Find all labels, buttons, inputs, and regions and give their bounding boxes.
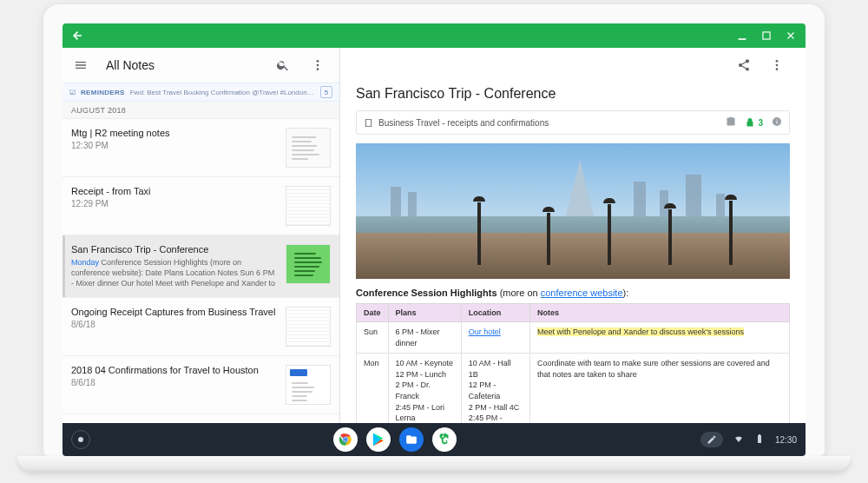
note-item-time: 8/6/18 <box>71 378 279 387</box>
note-thumbnail <box>286 307 331 347</box>
schedule-table: DatePlansLocationNotes Sun6 PM - Mixer d… <box>356 303 790 423</box>
table-row: Sun6 PM - Mixer dinnerOur hotelMeet with… <box>357 322 790 354</box>
play-store-icon[interactable] <box>366 427 391 452</box>
reminder-icon: ☑ <box>69 89 76 96</box>
svg-point-2 <box>317 60 319 63</box>
stylus-icon[interactable] <box>700 432 723 447</box>
note-list-title: All Notes <box>102 58 261 72</box>
table-header: Location <box>461 304 529 322</box>
table-header: Notes <box>530 304 790 322</box>
note-hero-image <box>356 143 790 279</box>
table-header: Plans <box>388 304 461 322</box>
note-item[interactable]: Receipt - from Taxi12:29 PM <box>62 177 339 235</box>
notebook-icon <box>364 118 373 128</box>
svg-point-7 <box>776 68 779 70</box>
files-icon[interactable] <box>399 427 424 452</box>
location-link[interactable]: Our hotel <box>469 328 501 336</box>
search-icon[interactable] <box>270 52 296 78</box>
note-item[interactable]: San Francisco Trip - ConferenceMonday Co… <box>62 235 339 298</box>
note-item[interactable]: Mtg | R2 meeting notes12:30 PM <box>62 119 339 177</box>
more-icon[interactable] <box>305 52 331 78</box>
battery-icon[interactable] <box>754 433 765 446</box>
chrome-icon[interactable] <box>333 427 358 452</box>
svg-rect-0 <box>739 39 746 40</box>
svg-point-4 <box>317 68 319 70</box>
menu-icon[interactable] <box>68 52 94 78</box>
svg-point-10 <box>344 438 347 441</box>
note-item-snippet: Monday Conference Session Highlights (mo… <box>71 257 279 288</box>
maximize-icon[interactable] <box>755 24 778 47</box>
note-list-panel: All Notes ☑ REMINDERS Fwd: Best Travel B… <box>62 48 340 423</box>
reminder-meta-icon[interactable] <box>726 116 736 129</box>
section-label: AUGUST 2018 <box>62 102 339 119</box>
reminders-label: REMINDERS <box>81 89 125 96</box>
minimize-icon[interactable] <box>731 24 753 47</box>
note-item[interactable]: Ongoing Receipt Captures from Business T… <box>62 298 339 356</box>
app-titlebar <box>62 23 806 48</box>
svg-point-5 <box>776 60 779 63</box>
note-item-title: Mtg | R2 meeting notes <box>71 128 279 138</box>
note-item-title: Ongoing Receipt Captures from Business T… <box>71 307 279 317</box>
note-item-time: 12:29 PM <box>71 199 279 208</box>
info-icon[interactable] <box>772 116 782 129</box>
close-icon[interactable] <box>779 24 802 47</box>
share-count[interactable]: 3 <box>745 117 763 128</box>
share-icon[interactable] <box>731 52 757 78</box>
note-thumbnail <box>286 365 331 405</box>
wifi-icon[interactable] <box>733 433 744 446</box>
note-item-time: 8/6/18 <box>71 320 279 329</box>
note-thumbnail <box>286 186 331 226</box>
notebook-name[interactable]: Business Travel - receipts and confirmat… <box>378 118 549 128</box>
table-header: Date <box>357 304 389 322</box>
note-thumbnail <box>286 244 331 284</box>
section-heading: Conference Session Highlights (more on c… <box>356 288 790 298</box>
note-thumbnail <box>286 128 331 168</box>
note-item-title: Receipt - from Taxi <box>71 186 279 196</box>
table-row: Mon10 AM - Keynote12 PM - Lunch2 PM - Dr… <box>357 354 790 423</box>
svg-point-3 <box>317 64 319 67</box>
chromeos-shelf: 12:30 <box>62 423 806 456</box>
reminders-count: 5 <box>320 86 332 98</box>
note-meta-bar: Business Travel - receipts and confirmat… <box>356 110 790 135</box>
back-icon[interactable] <box>66 24 89 47</box>
shelf-clock[interactable]: 12:30 <box>775 435 797 445</box>
reminders-bar[interactable]: ☑ REMINDERS Fwd: Best Travel Booking Con… <box>62 83 339 102</box>
note-item-time: 12:30 PM <box>71 141 279 150</box>
svg-rect-1 <box>763 32 770 39</box>
note-title: San Francisco Trip - Conference <box>356 86 790 102</box>
note-item-title: San Francisco Trip - Conference <box>71 244 279 255</box>
note-view: San Francisco Trip - Conference Business… <box>340 48 806 423</box>
launcher-icon[interactable] <box>71 430 90 449</box>
note-item[interactable]: 2018 04 Confirmations for Travel to Hous… <box>62 356 339 414</box>
note-more-icon[interactable] <box>764 52 790 78</box>
conference-website-link[interactable]: conference website <box>541 288 623 298</box>
svg-point-6 <box>776 64 779 67</box>
reminders-feed: Fwd: Best Travel Booking Confirmation @T… <box>130 89 315 96</box>
note-list: Mtg | R2 meeting notes12:30 PMReceipt - … <box>62 119 339 414</box>
note-item-title: 2018 04 Confirmations for Travel to Hous… <box>71 365 279 375</box>
evernote-icon[interactable] <box>432 427 457 452</box>
